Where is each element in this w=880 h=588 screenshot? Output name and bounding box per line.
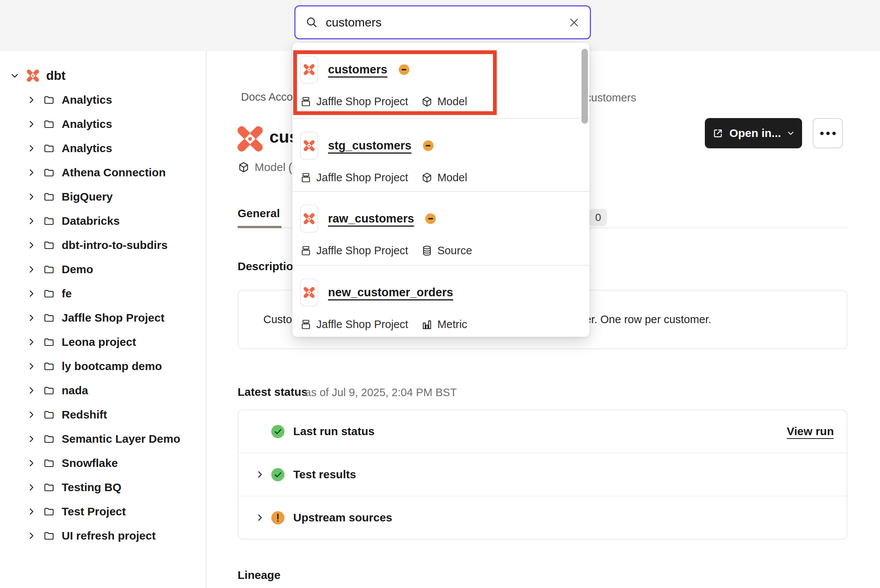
- resource-type-meta: Model: [238, 161, 286, 174]
- folder-icon: [43, 433, 55, 445]
- tab-general[interactable]: General: [238, 207, 281, 228]
- folder-icon: [43, 506, 55, 518]
- sidebar-item-label: Leona project: [62, 336, 136, 348]
- ellipsis-icon: [820, 132, 824, 135]
- sidebar-item-label: ly bootcamp demo: [62, 360, 162, 373]
- folder-icon: [43, 482, 55, 493]
- sidebar-item-athena-connection[interactable]: Athena Connection: [0, 160, 206, 185]
- chevron-right-icon: [26, 386, 36, 395]
- sidebar-item-dbt-intro-to-subdirs[interactable]: dbt-intro-to-subdirs: [0, 233, 206, 257]
- chevron-right-icon: [26, 531, 36, 541]
- archive-box-icon: [300, 96, 312, 107]
- orange-seal-minus-badge: [399, 64, 409, 75]
- ellipsis-icon: [826, 132, 830, 135]
- result-meta: Jaffle Shop Project Metric: [300, 318, 578, 331]
- sidebar-item-bigquery[interactable]: BigQuery: [0, 185, 206, 209]
- dropdown-scrollbar[interactable]: [581, 49, 588, 124]
- metric-chart-icon: [421, 319, 433, 330]
- chevron-right-icon: [26, 143, 36, 153]
- folder-icon: [43, 264, 55, 275]
- lineage-heading: Lineage: [238, 569, 280, 582]
- chevron-right-icon: [26, 507, 36, 516]
- sidebar-item-label: Athena Connection: [62, 166, 166, 179]
- ellipsis-icon: [832, 132, 836, 135]
- sidebar-item-label: Analytics: [62, 142, 112, 155]
- result-name-link[interactable]: new_customer_orders: [328, 286, 453, 299]
- breadcrumb-current: customers: [586, 92, 636, 104]
- sidebar-item-databricks[interactable]: Databricks: [0, 209, 206, 233]
- open-in-button[interactable]: Open in...: [705, 118, 802, 148]
- chevron-right-icon: [26, 337, 36, 347]
- result-project: Jaffle Shop Project: [316, 244, 408, 257]
- sidebar-item-fe[interactable]: fe: [0, 282, 206, 306]
- dbt-logo-icon: [303, 139, 316, 152]
- cube-icon: [238, 161, 250, 173]
- sidebar-item-demo[interactable]: Demo: [0, 257, 206, 282]
- cube-icon: [421, 96, 433, 107]
- search-result-raw-customers[interactable]: raw_customers Jaffle Shop Project Source: [292, 191, 589, 265]
- result-meta: Jaffle Shop Project Model: [300, 95, 578, 108]
- result-meta: Jaffle Shop Project Model: [300, 171, 578, 184]
- chevron-right-icon: [26, 216, 36, 226]
- sidebar-item-analytics-2[interactable]: Analytics: [0, 112, 206, 136]
- resource-type-label: Model: [255, 161, 286, 174]
- orange-seal-minus-badge: [423, 140, 434, 151]
- orange-seal-minus-badge: [425, 213, 436, 224]
- sidebar-item-label: Snowflake: [62, 457, 118, 470]
- chevron-right-icon: [26, 482, 36, 492]
- sidebar-item-label: Analytics: [62, 118, 112, 131]
- status-card: Last run status View run Test results Up…: [238, 409, 847, 540]
- status-row-upstream-sources[interactable]: Upstream sources: [238, 496, 847, 539]
- folder-icon: [43, 385, 55, 397]
- chevron-right-icon: [26, 168, 36, 177]
- sidebar-item-label: Demo: [62, 263, 93, 276]
- search-input[interactable]: [326, 16, 561, 30]
- sidebar-item-ui-refresh-project[interactable]: UI refresh project: [0, 524, 206, 548]
- search-result-customers[interactable]: customers Jaffle Shop Project Model: [292, 43, 589, 118]
- result-type: Metric: [437, 318, 467, 331]
- chevron-right-icon: [255, 470, 265, 479]
- sidebar-item-label: Testing BQ: [62, 481, 121, 494]
- sidebar-item-nada[interactable]: nada: [0, 378, 206, 403]
- chevron-right-icon: [255, 513, 265, 523]
- chevron-right-icon: [26, 264, 36, 274]
- search-result-stg-customers[interactable]: stg_customers Jaffle Shop Project Model: [292, 118, 589, 191]
- search-result-new-customer-orders[interactable]: new_customer_orders Jaffle Shop Project …: [292, 265, 589, 337]
- result-name-link[interactable]: stg_customers: [328, 139, 412, 152]
- clear-search-icon[interactable]: [568, 17, 580, 28]
- sidebar-item-testing-bq[interactable]: Testing BQ: [0, 475, 206, 499]
- result-type: Source: [437, 244, 472, 257]
- status-row-test-results[interactable]: Test results: [238, 453, 847, 496]
- tree-root-dbt[interactable]: dbt: [0, 64, 206, 88]
- folder-icon: [43, 118, 55, 130]
- result-name-link[interactable]: raw_customers: [328, 212, 414, 226]
- green-check-circle-icon: [271, 468, 285, 482]
- sidebar-item-ly-bootcamp-demo[interactable]: ly bootcamp demo: [0, 354, 206, 378]
- sidebar-item-snowflake[interactable]: Snowflake: [0, 451, 206, 475]
- sidebar-item-leona-project[interactable]: Leona project: [0, 330, 206, 354]
- folder-icon: [43, 457, 55, 469]
- sidebar-item-test-project[interactable]: Test Project: [0, 499, 206, 524]
- sidebar-item-analytics-1[interactable]: Analytics: [0, 88, 206, 112]
- dbt-logo-icon: [235, 124, 265, 154]
- sidebar-item-label: Analytics: [62, 93, 112, 106]
- sidebar-item-analytics-3[interactable]: Analytics: [0, 136, 206, 160]
- project-tree: dbt Analytics Analytics Analytics Athena…: [0, 64, 206, 548]
- result-project: Jaffle Shop Project: [316, 95, 408, 108]
- sidebar-item-label: BigQuery: [62, 190, 113, 203]
- folder-icon: [43, 143, 55, 154]
- archive-box-icon: [300, 319, 312, 330]
- chevron-right-icon: [26, 192, 36, 202]
- sidebar-item-semantic-layer-demo[interactable]: Semantic Layer Demo: [0, 427, 206, 451]
- sidebar-item-redshift[interactable]: Redshift: [0, 403, 206, 427]
- meta-fragment: (: [288, 161, 292, 174]
- sidebar-item-jaffle-shop-project[interactable]: Jaffle Shop Project: [0, 306, 206, 330]
- folder-icon: [43, 361, 55, 372]
- chevron-right-icon: [26, 119, 36, 129]
- open-in-label: Open in...: [729, 127, 781, 140]
- chevron-right-icon: [26, 361, 36, 371]
- view-run-link[interactable]: View run: [787, 425, 834, 438]
- more-options-button[interactable]: [813, 118, 843, 148]
- green-check-circle-icon: [271, 425, 285, 439]
- result-name-link[interactable]: customers: [328, 63, 387, 76]
